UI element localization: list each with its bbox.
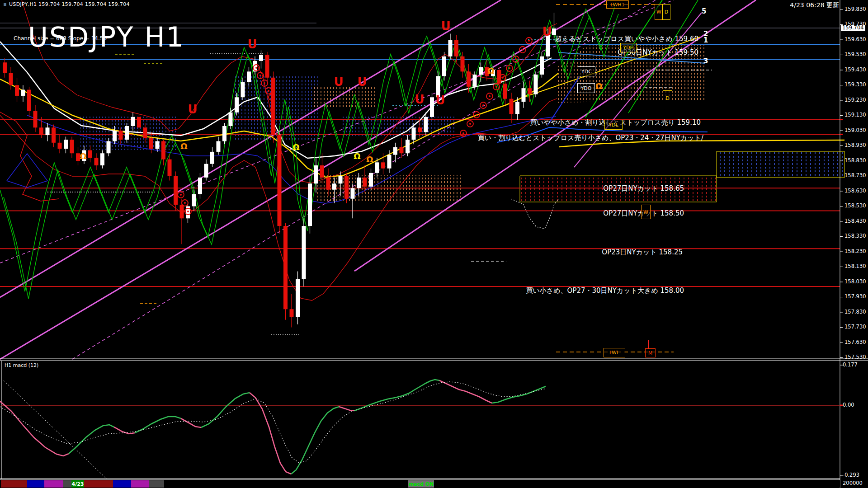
candle-body xyxy=(149,138,153,149)
current-price-tag: 159.704 xyxy=(841,25,865,31)
candle-body xyxy=(400,147,404,153)
signal-circle-dot-icon xyxy=(489,95,491,97)
macd-toggle-button[interactable]: macd ON xyxy=(408,480,434,488)
signal-circle-dot-icon xyxy=(462,132,464,134)
ichimoku-cloud xyxy=(717,151,844,178)
trend-line[interactable] xyxy=(0,0,606,359)
macd-line xyxy=(114,427,135,434)
uturn-arrow-icon: U xyxy=(334,75,343,89)
candle-body xyxy=(39,127,43,135)
price-tick-label: 159.630 xyxy=(844,37,866,42)
candle-body xyxy=(278,135,282,226)
candle-body xyxy=(290,309,294,317)
session-segment[interactable] xyxy=(149,480,164,488)
signal-circle-dot-icon xyxy=(469,123,471,125)
session-segment[interactable] xyxy=(131,480,149,488)
date-chip[interactable]: 4/23 xyxy=(71,480,84,488)
channel-info: Channel size = 688 Slope = 14.50 xyxy=(14,36,107,41)
candle-body xyxy=(467,71,471,87)
candle-body xyxy=(522,88,526,102)
candle-body xyxy=(64,140,68,149)
level-label-box[interactable]: YDC xyxy=(578,66,595,76)
candle-body xyxy=(204,164,208,178)
session-segment[interactable] xyxy=(1,480,27,488)
session-segment[interactable] xyxy=(84,480,113,488)
uturn-arrow-icon: U xyxy=(357,75,367,89)
order-annotation: OP23日NYカット 158.25 xyxy=(602,249,683,256)
chart-marker-icon xyxy=(4,3,6,6)
price-tick-label: 157.930 xyxy=(844,294,866,300)
candle-body xyxy=(332,183,336,189)
level-label-box[interactable]: YDH xyxy=(620,43,637,52)
macd-axis-label: 0.00 xyxy=(843,403,854,408)
stoch-green-echo xyxy=(4,14,618,299)
price-tick-label: 157.730 xyxy=(844,324,866,330)
macd-line xyxy=(0,401,69,456)
candle-body xyxy=(235,97,239,113)
candle-body xyxy=(156,141,160,149)
candle-body xyxy=(515,102,519,114)
candle-body xyxy=(27,90,31,111)
candle-body xyxy=(552,28,556,35)
level-label-box[interactable]: W xyxy=(641,205,651,219)
macd-label: H1 macd (12) xyxy=(5,363,38,368)
candle-body xyxy=(3,62,7,73)
session-segment[interactable] xyxy=(44,480,63,488)
candle-body xyxy=(406,140,410,153)
session-segment[interactable] xyxy=(164,480,840,488)
candle-body xyxy=(113,131,117,141)
candle-body xyxy=(369,173,373,187)
session-segment[interactable] xyxy=(27,480,44,488)
macd-line xyxy=(339,407,354,411)
candle-body xyxy=(296,279,300,317)
candle-body xyxy=(314,165,318,183)
level-label-box[interactable]: YDL xyxy=(604,120,623,130)
macd-line xyxy=(201,393,250,427)
candle-body xyxy=(9,73,13,85)
macd-signal-line xyxy=(0,382,546,463)
level-label-box[interactable]: LWL xyxy=(604,348,625,357)
candle-body xyxy=(357,178,361,188)
candle-body xyxy=(192,194,196,206)
omega-marker-icon: Ω xyxy=(180,141,187,151)
level-label-box[interactable]: LWH1 xyxy=(606,0,629,9)
level-label-box[interactable]: D xyxy=(663,90,672,106)
price-tick-label: 158.230 xyxy=(844,249,866,254)
candle-body xyxy=(52,127,56,143)
decor-blue-left xyxy=(7,154,47,188)
session-segment[interactable] xyxy=(113,480,131,488)
price-tick-label: 159.130 xyxy=(844,113,866,118)
price-tick-label: 158.830 xyxy=(844,158,866,164)
uturn-arrow-icon: U xyxy=(441,19,450,33)
candle-body xyxy=(326,178,330,190)
price-tick-label: 159.530 xyxy=(844,52,866,57)
price-tick-label: 158.730 xyxy=(844,173,866,178)
candle-body xyxy=(479,67,483,75)
candle-body xyxy=(412,127,416,140)
candle-body xyxy=(107,141,111,153)
omega-marker-icon: Ω xyxy=(80,151,86,161)
candle-body xyxy=(137,117,141,127)
level-label-box[interactable]: D xyxy=(662,4,670,20)
omega-marker-icon: Ω xyxy=(292,142,299,152)
macd-line xyxy=(135,417,181,433)
ichimoku-cloud xyxy=(314,87,377,107)
candle-body xyxy=(161,141,165,159)
level-label-box[interactable]: YDO xyxy=(577,83,595,93)
kumo-dip-outline xyxy=(511,199,559,229)
macd-trendline xyxy=(4,380,107,479)
candle-body xyxy=(168,160,172,176)
price-tick-label: 159.830 xyxy=(844,7,866,12)
price-tick-label: 158.130 xyxy=(844,264,866,269)
candle-body xyxy=(88,150,92,158)
price-tick-label: 158.530 xyxy=(844,203,866,209)
candle-body xyxy=(320,165,324,178)
level-label-box[interactable]: M xyxy=(645,348,656,357)
price-chart-canvas[interactable]: UUUUUUUUΩΩΩΩΩΩΩ xyxy=(0,0,868,488)
macd-line xyxy=(439,380,492,403)
price-tick-label: 159.230 xyxy=(844,98,866,103)
fanline-number: 3 xyxy=(703,58,708,65)
candle-body xyxy=(339,176,343,184)
fanline-number: 1 xyxy=(703,37,708,44)
candle-body xyxy=(430,97,434,117)
